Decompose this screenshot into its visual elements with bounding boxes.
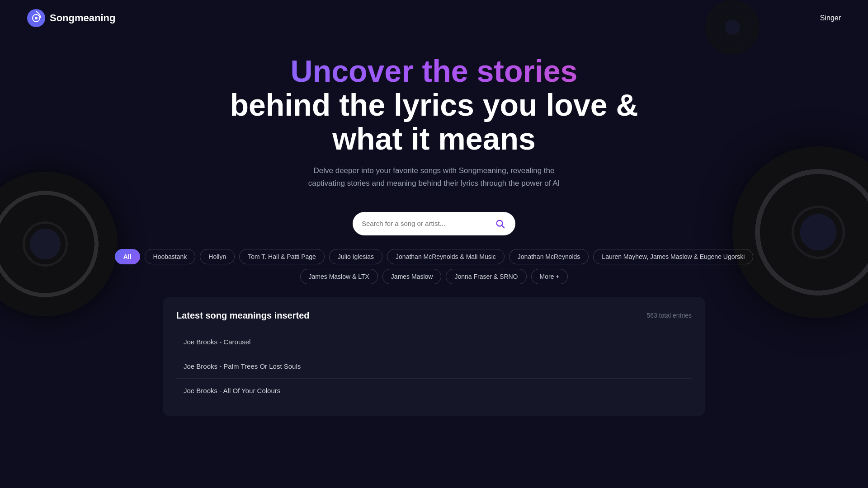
card-title: Latest song meanings inserted [176, 310, 310, 321]
filter-container: AllHoobastankHollynTom T. Hall & Patti P… [0, 249, 868, 284]
hero-subtitle-line1: Delve deeper into your favorite songs wi… [314, 166, 555, 175]
song-list-item[interactable]: Joe Brooks - Palm Trees Or Lost Souls [176, 354, 692, 378]
brand-name: Songmeaning [50, 12, 115, 24]
filter-tag[interactable]: Hoobastank [145, 249, 196, 264]
search-button[interactable] [492, 216, 508, 232]
filter-tag[interactable]: James Maslow [382, 269, 442, 284]
song-list-item[interactable]: Joe Brooks - Carousel [176, 330, 692, 354]
singer-nav-link[interactable]: Singer [820, 14, 841, 22]
filter-tag[interactable]: Tom T. Hall & Patti Page [239, 249, 325, 264]
logo-area[interactable]: Songmeaning [27, 9, 115, 27]
filter-tag[interactable]: James Maslow & LTX [300, 269, 378, 284]
filter-tag[interactable]: Jonna Fraser & SRNO [446, 269, 526, 284]
hero-subtitle: Delve deeper into your favorite songs wi… [9, 164, 859, 189]
hero-subtitle-line2: captivating stories and meaning behind t… [308, 179, 560, 188]
song-list-card: Latest song meanings inserted 563 total … [163, 297, 705, 416]
filter-tag[interactable]: More + [531, 269, 568, 284]
svg-point-2 [35, 17, 38, 19]
hero-title-line1: Uncover the stories [9, 54, 859, 88]
card-total-entries: 563 total entries [646, 312, 692, 319]
filter-tag[interactable]: Hollyn [200, 249, 235, 264]
filter-tag[interactable]: All [115, 249, 140, 264]
search-box [353, 212, 515, 235]
search-icon [495, 219, 505, 229]
search-input[interactable] [362, 220, 488, 227]
hero-title-line3: what it means [9, 122, 859, 156]
hero-section: Uncover the stories behind the lyrics yo… [0, 36, 868, 198]
logo-icon [27, 9, 45, 27]
hero-title-line2: behind the lyrics you love & [9, 88, 859, 122]
navbar: Songmeaning Singer [0, 0, 868, 36]
song-list-items: Joe Brooks - CarouselJoe Brooks - Palm T… [176, 330, 692, 403]
filter-tag[interactable]: Jonathan McReynolds & Mali Music [387, 249, 505, 264]
card-header: Latest song meanings inserted 563 total … [176, 310, 692, 321]
search-container [0, 212, 868, 235]
filter-tag[interactable]: Jonathan McReynolds [509, 249, 589, 264]
filter-tag[interactable]: Julio Iglesias [329, 249, 382, 264]
filter-tag[interactable]: Lauren Mayhew, James Maslow & Eugene Ugo… [593, 249, 753, 264]
svg-line-4 [502, 225, 504, 228]
song-list-item[interactable]: Joe Brooks - All Of Your Colours [176, 378, 692, 403]
